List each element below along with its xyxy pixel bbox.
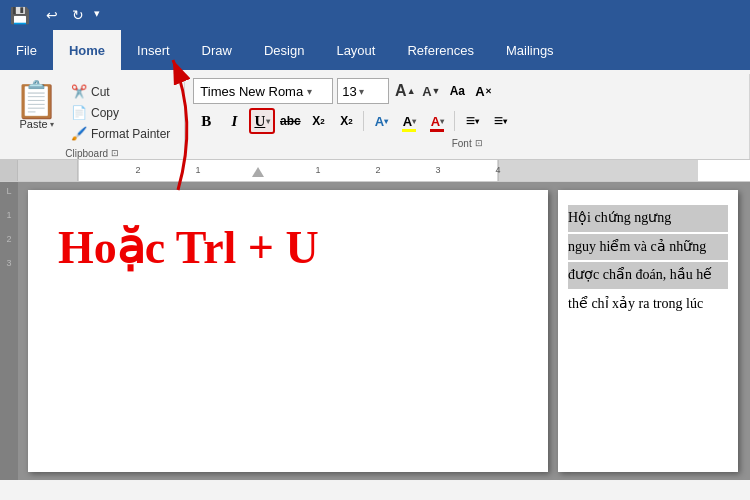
format-painter-icon: 🖌️ — [71, 126, 87, 141]
paste-button[interactable]: 📋 Paste ▾ — [8, 78, 65, 134]
clear-formatting-button[interactable]: A✕ — [471, 79, 495, 103]
cut-label: Cut — [91, 85, 110, 99]
subscript-button[interactable]: X2 — [305, 108, 331, 134]
undo-icon[interactable]: ↩ — [42, 7, 62, 23]
svg-rect-2 — [498, 160, 698, 181]
document-area: L 1 2 3 Hoặc Trl + U — [0, 182, 750, 480]
svg-rect-1 — [18, 160, 78, 181]
separator-2 — [454, 111, 455, 131]
list-bullet-button[interactable]: ≡▾ — [459, 108, 485, 134]
font-group-label-area: Font ⊡ — [193, 134, 741, 152]
ruler: 2 1 1 2 3 4 — [0, 160, 750, 182]
highlight-color-button[interactable]: A ▾ — [396, 108, 422, 134]
font-name-dropdown-arrow[interactable]: ▾ — [307, 86, 312, 97]
paste-dropdown-arrow[interactable]: ▾ — [50, 120, 54, 129]
ruler-left-margin — [0, 160, 18, 181]
svg-text:4: 4 — [495, 165, 500, 175]
pages-area: Hoặc Trl + U Hội chứng ngưng nguy — [18, 182, 750, 480]
font-size-text: 13 — [342, 84, 356, 99]
svg-text:3: 3 — [435, 165, 440, 175]
menu-design[interactable]: Design — [248, 30, 320, 70]
underline-dropdown-arrow[interactable]: ▾ — [266, 117, 270, 126]
font-size-dropdown[interactable]: 13 ▾ — [337, 78, 389, 104]
font-grow-button[interactable]: A▲ — [393, 79, 417, 103]
menu-layout[interactable]: Layout — [320, 30, 391, 70]
menu-file[interactable]: File — [0, 30, 53, 70]
text-effects-button[interactable]: A▾ — [368, 108, 394, 134]
redo-icon[interactable]: ↻ — [68, 7, 88, 23]
font-shrink-button[interactable]: A▼ — [419, 79, 443, 103]
save-icon[interactable]: 💾 — [10, 6, 30, 25]
font-size-buttons: A▲ A▼ Aa A✕ — [393, 79, 495, 103]
font-case-button[interactable]: Aa — [445, 79, 469, 103]
arrow-annotation — [118, 40, 238, 204]
font-size-dropdown-arrow[interactable]: ▾ — [359, 86, 364, 97]
svg-text:2: 2 — [375, 165, 380, 175]
main-page: Hoặc Trl + U — [28, 190, 548, 472]
clipboard-group-label: Clipboard — [65, 148, 108, 159]
font-group-label: Font — [452, 138, 472, 149]
list-number-button[interactable]: ≡▾ — [487, 108, 513, 134]
svg-text:1: 1 — [315, 165, 320, 175]
shortcut-instruction: Hoặc Trl + U — [58, 220, 518, 274]
separator-1 — [363, 111, 364, 131]
menu-references[interactable]: References — [391, 30, 489, 70]
text-line4: thể chỉ xảy ra trong lúc — [568, 291, 728, 318]
font-group: Times New Roma ▾ 13 ▾ A▲ A▼ Aa A✕ B I — [185, 74, 750, 159]
title-bar: 💾 ↩ ↻ ▾ — [0, 0, 750, 30]
font-name-row: Times New Roma ▾ 13 ▾ A▲ A▼ Aa A✕ — [193, 78, 741, 104]
second-page: Hội chứng ngưng nguy hiểm và cả những đư… — [558, 190, 738, 472]
font-format-row: B I U ▾ abc X2 X2 A▾ A ▾ A ▾ — [193, 108, 741, 134]
font-color-button[interactable]: A ▾ — [424, 108, 450, 134]
vertical-ruler: L 1 2 3 — [0, 182, 18, 480]
quick-access-dropdown[interactable]: ▾ — [94, 7, 100, 23]
menu-mailings[interactable]: Mailings — [490, 30, 570, 70]
superscript-button[interactable]: X2 — [333, 108, 359, 134]
strikethrough-button[interactable]: abc — [277, 108, 303, 134]
font-expand-icon[interactable]: ⊡ — [475, 138, 483, 148]
copy-label: Copy — [91, 106, 119, 120]
underline-button[interactable]: U ▾ — [249, 108, 275, 134]
ribbon: 📋 Paste ▾ ✂️ Cut 📄 Copy 🖌️ Format — [0, 70, 750, 160]
copy-icon: 📄 — [71, 105, 87, 120]
paste-label: Paste — [19, 118, 47, 130]
paste-icon: 📋 — [14, 82, 59, 118]
menu-home[interactable]: Home — [53, 30, 121, 70]
selected-text-line2: nguy hiểm và cả những — [568, 234, 728, 261]
cut-icon: ✂️ — [71, 84, 87, 99]
menu-bar: File Home Insert Draw Design Layout Refe… — [0, 30, 750, 70]
selected-text-line1: Hội chứng ngưng — [568, 205, 728, 232]
selected-text-line3: được chẩn đoán, hầu hế — [568, 262, 728, 289]
